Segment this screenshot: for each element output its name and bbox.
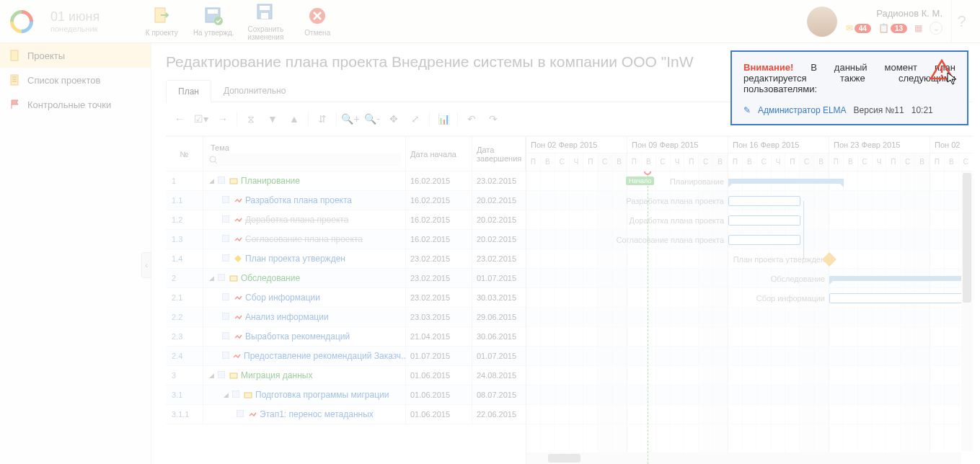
table-row[interactable]: 3◢Миграция данных01.06.201524.08.2015	[166, 366, 526, 385]
search-input[interactable]	[208, 153, 401, 166]
calendar-grid-icon[interactable]: ▦	[914, 23, 922, 33]
gantt-body[interactable]: ПланированиеРазработка плана проектаДора…	[526, 171, 973, 464]
to-approve-button[interactable]: На утвержд.	[187, 0, 239, 43]
zoom-out-icon[interactable]: 🔍-	[363, 110, 381, 128]
day-cell: С	[757, 153, 772, 171]
table-row[interactable]: 2.3Выработка рекомендаций21.04.201530.06…	[166, 327, 526, 347]
arrow-right-icon[interactable]: →	[213, 110, 232, 128]
row-theme-cell[interactable]: Сбор информации	[203, 288, 406, 307]
scrollbar-horizontal[interactable]	[526, 452, 961, 464]
collapse-v-icon[interactable]: ⇵	[313, 110, 332, 128]
help-button[interactable]: ?	[951, 0, 971, 43]
zoom-in-icon[interactable]: 🔍+	[341, 110, 360, 128]
row-start: 01.06.2015	[406, 405, 472, 424]
row-type-icon	[222, 312, 231, 322]
hourglass-icon[interactable]: ⧖	[242, 110, 260, 128]
col-start-header[interactable]: Дата начала	[406, 137, 472, 171]
row-end: 20.02.2015	[472, 191, 526, 210]
row-type-icon	[222, 254, 231, 264]
table-row[interactable]: 1.4План проекта утвержден23.02.201523.02…	[166, 249, 526, 269]
warning-user-link[interactable]: Администратор ELMA	[758, 105, 847, 115]
row-theme-cell[interactable]: Предоставление рекомендаций Заказч...	[203, 347, 406, 365]
arrow-left-icon[interactable]: ←	[170, 110, 189, 128]
avatar[interactable]	[807, 6, 837, 37]
week-column: Пон 23 Февр 2015ПВСЧПСВ	[829, 137, 930, 171]
gantt-bar[interactable]	[728, 215, 800, 226]
table-row[interactable]: 2◢Обследование23.02.201501.07.2015	[166, 269, 526, 288]
svg-rect-24	[222, 352, 229, 359]
app-logo[interactable]	[0, 0, 43, 43]
table-row[interactable]: 2.2Анализ информации23.03.201529.06.2015	[166, 308, 526, 327]
redo-icon[interactable]: ↷	[484, 110, 503, 128]
day-cell: С	[598, 153, 612, 171]
gantt-bar-row: Сбор информации	[526, 288, 973, 308]
checklist-icon[interactable]: ☑▾	[192, 110, 211, 128]
row-theme-cell[interactable]: Анализ информации	[203, 308, 406, 326]
task-type-icon	[234, 293, 242, 302]
sidebar-item-label: Контрольные точки	[27, 99, 111, 110]
table-row[interactable]: 2.1Сбор информации23.02.201530.03.2015	[166, 288, 526, 308]
cancel-icon	[307, 6, 327, 26]
table-row[interactable]: 1.2Доработка плана проекта16.02.201520.0…	[166, 210, 526, 230]
col-end-header[interactable]: Дата завершения	[472, 137, 526, 171]
table-row[interactable]: 1.1Разработка плана проекта16.02.201520.…	[166, 191, 526, 210]
scrollbar-vertical[interactable]	[961, 171, 973, 451]
row-theme-cell[interactable]: Выработка рекомендаций	[203, 327, 406, 346]
undo-icon[interactable]: ↶	[462, 110, 481, 128]
row-theme-cell[interactable]: Доработка плана проекта	[203, 210, 406, 229]
grid-header: № Тема Дата начала Дата завершения	[166, 137, 526, 171]
row-theme-cell[interactable]: ◢Планирование	[203, 171, 406, 190]
row-end: 30.03.2015	[472, 288, 526, 307]
task-text: Анализ информации	[245, 312, 329, 322]
week-label: Пон 02	[930, 137, 973, 153]
to-project-button[interactable]: К проекту	[136, 0, 187, 43]
pencil-icon: ✎	[743, 105, 751, 115]
sidebar-item-milestones[interactable]: Контрольные точки	[0, 92, 151, 117]
user-name[interactable]: Радионов К. М.	[876, 8, 943, 19]
sidebar-collapse-button[interactable]: ‹	[141, 252, 151, 278]
row-theme-cell[interactable]: Согласование плана проекта	[203, 230, 406, 249]
collapse-toggle-icon[interactable]: ◢	[222, 391, 229, 398]
col-theme-label[interactable]: Тема	[208, 141, 401, 153]
table-row[interactable]: 1.3Согласование плана проекта16.02.20152…	[166, 230, 526, 249]
sidebar-item-project-list[interactable]: Список проектов	[0, 68, 151, 92]
collapse-toggle-icon[interactable]: ◢	[208, 275, 215, 282]
tab-extra[interactable]: Дополнительно	[211, 79, 298, 102]
notifications-counter[interactable]: ✉ 44	[846, 23, 871, 33]
table-row[interactable]: 3.1◢Подготовка программы миграции01.06.2…	[166, 385, 526, 405]
svg-rect-20	[230, 276, 237, 281]
gantt-bar[interactable]	[829, 276, 973, 281]
row-theme-cell[interactable]: ◢Подготовка программы миграции	[203, 385, 406, 404]
table-row[interactable]: 1◢Планирование16.02.201523.02.2015	[166, 171, 526, 191]
row-theme-cell[interactable]: ◢Обследование	[203, 269, 406, 287]
row-num: 1	[166, 171, 203, 190]
cancel-button[interactable]: Отмена	[291, 0, 343, 43]
date-day: 01 июня	[50, 9, 100, 24]
gantt-bar[interactable]	[728, 235, 800, 245]
table-row[interactable]: 3.1.1Этап1: перенос метаданных01.06.2015…	[166, 405, 526, 424]
save-button[interactable]: Сохранить изменения	[239, 0, 291, 43]
collapse-toggle-icon[interactable]: ◢	[208, 177, 215, 184]
tab-plan[interactable]: План	[166, 80, 211, 102]
row-theme-cell[interactable]: План проекта утвержден	[203, 249, 406, 268]
col-num-header[interactable]: №	[166, 137, 203, 171]
down-triangle-icon[interactable]: ▼	[263, 110, 282, 128]
row-theme-cell[interactable]: ◢Миграция данных	[203, 366, 406, 385]
table-row[interactable]: 2.4Предоставление рекомендаций Заказч...…	[166, 347, 526, 366]
calendar-counter[interactable]: 📋 13	[878, 23, 907, 33]
refresh-icon[interactable]: ⌄	[930, 22, 943, 35]
expand-icon[interactable]: ⤢	[406, 110, 425, 128]
row-theme-cell[interactable]: Этап1: перенос метаданных	[203, 405, 406, 424]
row-num: 1.1	[166, 191, 203, 210]
gantt-bar[interactable]	[829, 293, 973, 303]
collapse-toggle-icon[interactable]: ◢	[208, 372, 215, 379]
fit-icon[interactable]: ✥	[384, 110, 403, 128]
svg-point-31	[941, 75, 943, 77]
row-theme-cell[interactable]: Разработка плана проекта	[203, 191, 406, 210]
up-triangle-icon[interactable]: ▲	[285, 110, 304, 128]
warning-attention: Внимание!	[743, 62, 793, 73]
sidebar-item-projects[interactable]: Проекты	[0, 43, 151, 68]
row-num: 1.3	[166, 230, 203, 249]
gantt-bar[interactable]	[728, 196, 800, 206]
chart-icon[interactable]: 📊	[434, 110, 453, 128]
